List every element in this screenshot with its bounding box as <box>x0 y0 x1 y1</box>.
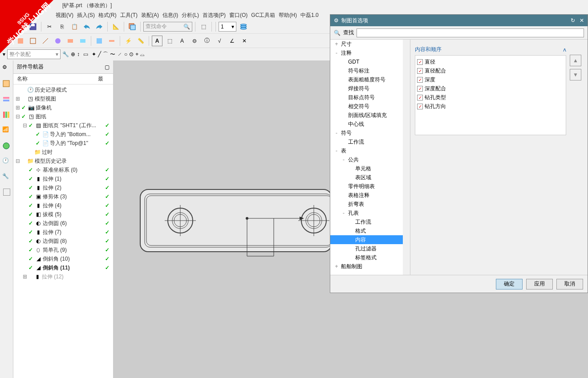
measure-icon[interactable]: 📐 <box>110 21 121 32</box>
assembly-combo[interactable]: 整个装配▾ <box>7 49 61 59</box>
expand-icon[interactable]: + <box>334 263 339 269</box>
dialog-tree-item[interactable]: +尺寸 <box>330 40 410 48</box>
expand-icon[interactable]: - <box>341 157 346 163</box>
dialog-tree-item[interactable]: 格式 <box>330 226 410 235</box>
t3-e-icon[interactable]: ✦ <box>92 51 96 57</box>
copy-icon[interactable]: ⎘ <box>57 21 67 32</box>
t3-dot-icon[interactable]: ⊙ <box>129 51 134 57</box>
dialog-tree-item[interactable]: -孔表 <box>330 209 410 217</box>
tool-b-icon[interactable] <box>15 36 26 46</box>
tree-item[interactable]: ✓▮拉伸 (4)✓ <box>13 201 113 210</box>
dialog-tree-item[interactable]: 工作流 <box>330 137 410 146</box>
dialog-tree-item[interactable]: GDT <box>330 57 410 66</box>
tree-item[interactable]: ⊞◳模型视图 <box>13 94 113 103</box>
info-icon[interactable]: ⓘ <box>202 36 212 46</box>
checklist-row[interactable]: ✓直径配合 <box>417 66 564 75</box>
stack-icon[interactable] <box>238 21 249 32</box>
dialog-tree-item[interactable]: 单元格 <box>330 164 410 173</box>
t3-a-icon[interactable]: ▾ <box>3 51 5 57</box>
tree-item[interactable]: ⊟✓▤图纸页 "SHT1" (工作...✓ <box>13 121 113 130</box>
dialog-search-input[interactable] <box>357 28 584 37</box>
expand-icon[interactable]: - <box>334 148 339 154</box>
checkbox-icon[interactable]: ✓ <box>417 59 423 65</box>
tool-h-icon[interactable] <box>94 36 105 46</box>
expand-icon[interactable]: ⊟ <box>15 113 20 120</box>
menu-item[interactable]: 中磊1.0 <box>300 12 319 19</box>
checkbox-icon[interactable]: ✓ <box>417 104 423 109</box>
menu-item[interactable]: GC工具箱 <box>251 12 275 19</box>
select-icon[interactable]: ⬚ <box>198 21 209 32</box>
checkbox-icon[interactable]: ✓ <box>417 86 423 92</box>
dialog-tree-item[interactable]: 零件明细表 <box>330 182 410 191</box>
t3-tan-icon[interactable]: ⌓ <box>140 51 144 57</box>
menu-item[interactable]: 信息(I) <box>162 12 178 19</box>
reset-icon[interactable]: ↻ <box>571 17 575 24</box>
close-x-icon[interactable]: ✕ <box>239 36 250 46</box>
dialog-tree-item[interactable]: -符号 <box>330 129 410 137</box>
command-search[interactable]: 查找命令🔍 <box>143 22 192 32</box>
t3-c-icon[interactable]: ⊕ <box>71 51 75 57</box>
layer-icon[interactable] <box>127 21 138 32</box>
tree-item[interactable]: 📁过时 <box>13 148 113 157</box>
menu-item[interactable]: 窗口(O) <box>229 12 247 19</box>
menu-item[interactable]: 视图(V) <box>56 12 73 19</box>
expand-icon[interactable]: ⊟ <box>22 122 28 129</box>
disk-icon[interactable] <box>28 21 38 32</box>
tool-i-icon[interactable] <box>106 36 117 46</box>
paste-icon[interactable]: 📋 <box>69 21 80 32</box>
tool-l-icon[interactable]: ⬚ <box>164 36 175 46</box>
tool-g-icon[interactable] <box>77 36 88 46</box>
tool-f-icon[interactable] <box>65 36 76 46</box>
checkbox-icon[interactable]: ✓ <box>417 68 423 74</box>
cut-icon[interactable]: ✂ <box>44 21 55 32</box>
dialog-tree-item[interactable]: 符号标注 <box>330 66 410 75</box>
tool-d-icon[interactable] <box>40 36 51 46</box>
redo-icon[interactable] <box>94 21 105 32</box>
dialog-tree-item[interactable]: 中心线 <box>330 120 410 129</box>
nav-icon[interactable] <box>2 80 11 88</box>
t3-arc-icon[interactable]: ⌒ <box>103 51 108 58</box>
tree-item[interactable]: ✓⊹基准坐标系 (0)✓ <box>13 165 113 174</box>
menu-item[interactable]: 帮助(H) <box>279 12 297 19</box>
expand-icon[interactable]: ⊞ <box>15 105 20 111</box>
menu-item[interactable]: 首选项(P) <box>203 12 226 19</box>
tool-c-icon[interactable] <box>28 36 38 46</box>
expand-icon[interactable]: - <box>341 210 346 216</box>
tool-k-icon[interactable]: 📏 <box>135 36 146 46</box>
checkbox-icon[interactable]: ✓ <box>417 77 423 83</box>
checklist-row[interactable]: ✓深度配合 <box>417 84 564 93</box>
expand-icon[interactable]: ⊞ <box>22 273 28 280</box>
dialog-tree-item[interactable]: 剖面线/区域填充 <box>330 111 410 120</box>
menu-item[interactable]: 插入(S) <box>77 12 95 19</box>
open-icon[interactable] <box>15 21 26 32</box>
gear-icon[interactable]: ⚙ <box>2 64 11 73</box>
tree-item[interactable]: ⊟✓◳图纸 <box>13 112 113 121</box>
dialog-tree-item[interactable]: -注释 <box>330 48 410 57</box>
checkbox-icon[interactable]: ✓ <box>417 95 423 101</box>
t3-line-icon[interactable]: ╱ <box>98 51 101 57</box>
tool-a-icon[interactable] <box>3 36 13 46</box>
t3-wave-icon[interactable]: 〜 <box>110 51 115 58</box>
tree-item[interactable]: ✓▮拉伸 (1)✓ <box>13 174 113 183</box>
dialog-tree-item[interactable]: 标签格式 <box>330 253 410 262</box>
menu-item[interactable]: 格式(R) <box>98 12 117 19</box>
tree-item[interactable]: ✓📄导入的 "Top@1"✓ <box>13 139 113 148</box>
clock2-icon[interactable]: 🕐 <box>2 157 11 166</box>
t3-b-icon[interactable]: 🔧 <box>62 51 69 57</box>
page-number[interactable]: 1▾ <box>219 22 236 32</box>
t3-circ-icon[interactable]: ○ <box>124 51 127 57</box>
dialog-tree-item[interactable]: -表 <box>330 146 410 155</box>
tree-item[interactable]: ✓◢倒斜角 (10)✓ <box>13 254 113 263</box>
checklist-row[interactable]: ✓钻孔方向 <box>417 102 564 111</box>
save-icon[interactable] <box>3 21 13 32</box>
blank-icon[interactable] <box>3 189 10 196</box>
ok-button[interactable]: 确定 <box>496 279 523 290</box>
tree-item[interactable]: ✓⬯简单孔 (9)✓ <box>13 245 113 254</box>
sqrt-icon[interactable]: √ <box>214 36 225 46</box>
tool-j-icon[interactable]: ⚡ <box>123 36 134 46</box>
t3-rect-icon[interactable]: ▭ <box>83 51 88 57</box>
expand-icon[interactable]: ⊟ <box>15 158 20 164</box>
dialog-tree-item[interactable]: 工作流 <box>330 217 410 226</box>
expand-icon[interactable]: - <box>334 50 339 56</box>
dialog-tree-item[interactable]: -公共 <box>330 155 410 164</box>
